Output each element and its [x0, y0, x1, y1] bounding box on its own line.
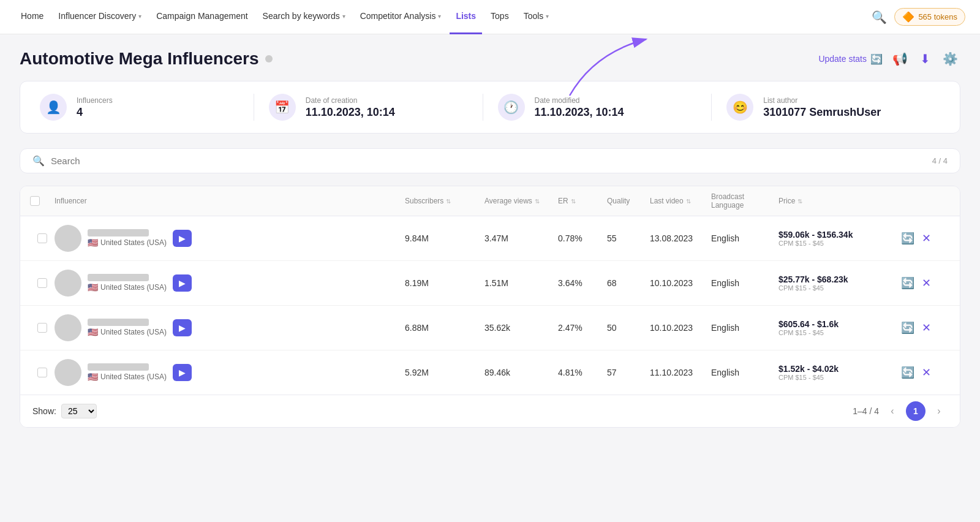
refresh-icon: 🔄	[870, 53, 883, 65]
price-cpm: CPM $15 - $45	[778, 240, 901, 247]
sort-icon: ⇅	[571, 198, 576, 205]
row-checkbox-cell	[30, 368, 55, 377]
megaphone-button[interactable]: 📢	[890, 49, 910, 69]
sort-icon: ⇅	[797, 198, 802, 205]
chevron-down-icon: ▾	[342, 13, 345, 20]
youtube-button[interactable]: ▶	[173, 319, 192, 336]
prev-page-button[interactable]: ‹	[884, 403, 901, 420]
price-cell: $25.77k - $68.23k CPM $15 - $45	[778, 274, 901, 292]
current-page[interactable]: 1	[906, 401, 925, 421]
price-cpm: CPM $15 - $45	[778, 284, 901, 292]
language: English	[711, 368, 778, 377]
nav-tops[interactable]: Tops	[484, 0, 515, 34]
row-checkbox[interactable]	[37, 233, 47, 243]
price-cell: $1.52k - $4.02k CPM $15 - $45	[778, 364, 901, 381]
remove-row-button[interactable]: ✕	[922, 232, 931, 245]
row-actions: 🔄 ✕	[901, 232, 950, 245]
nav-campaign-management[interactable]: Campaign Management	[150, 0, 254, 34]
price-cpm: CPM $15 - $45	[778, 329, 901, 336]
table-footer: Show: 25 50 100 1–4 / 4 ‹ 1 ›	[20, 395, 960, 427]
sort-icon: ⇅	[446, 198, 451, 205]
col-price[interactable]: Price ⇅	[778, 192, 901, 210]
row-checkbox-cell	[30, 278, 55, 288]
language: English	[711, 233, 778, 243]
header-checkbox[interactable]	[30, 196, 40, 206]
er: 2.47%	[558, 323, 607, 333]
token-icon: 🔶	[902, 11, 914, 23]
next-page-button[interactable]: ›	[930, 403, 948, 420]
avatar	[55, 270, 81, 297]
nav-search-keywords[interactable]: Search by keywords ▾	[257, 0, 352, 34]
youtube-button[interactable]: ▶	[173, 274, 192, 292]
stat-date-modified: 🕐 Date modified 11.10.2023, 10:14	[483, 94, 712, 121]
subscribers: 6.88M	[405, 323, 484, 333]
search-icon[interactable]: 🔍	[867, 10, 892, 25]
last-video: 11.10.2023	[650, 368, 711, 377]
refresh-row-button[interactable]: 🔄	[901, 232, 914, 245]
col-checkbox	[30, 192, 55, 210]
col-broadcast-language: BroadcastLanguage	[711, 192, 778, 210]
row-actions: 🔄 ✕	[901, 321, 950, 335]
price-cell: $59.06k - $156.34k CPM $15 - $45	[778, 230, 901, 247]
subscribers: 9.84M	[405, 233, 484, 243]
col-avg-views[interactable]: Average views ⇅	[484, 192, 558, 210]
col-influencer: Influencer	[55, 192, 405, 210]
remove-row-button[interactable]: ✕	[922, 321, 931, 335]
row-checkbox[interactable]	[37, 278, 47, 288]
table-row: 🇺🇸 United States (USA) ▶ 8.19M 1.51M 3.6…	[20, 261, 960, 306]
influencer-table: Influencer Subscribers ⇅ Average views ⇅…	[20, 186, 960, 428]
price-cpm: CPM $15 - $45	[778, 374, 901, 381]
refresh-row-button[interactable]: 🔄	[901, 276, 914, 290]
search-count: 4 / 4	[932, 156, 948, 165]
search-input[interactable]	[51, 156, 926, 166]
settings-button[interactable]: ⚙️	[940, 49, 960, 69]
sort-icon: ⇅	[535, 198, 540, 205]
page-content: Automotive Mega Influencers Update stats…	[0, 34, 980, 522]
title-status-dot	[265, 55, 273, 62]
nav-competitor-analysis[interactable]: Competitor Analysis ▾	[354, 0, 448, 34]
col-subscribers[interactable]: Subscribers ⇅	[405, 192, 484, 210]
show-select: Show: 25 50 100	[32, 404, 97, 418]
search-bar-icon: 🔍	[32, 155, 45, 167]
row-checkbox[interactable]	[37, 323, 47, 333]
influencer-cell: 🇺🇸 United States (USA) ▶	[55, 270, 405, 297]
search-bar: 🔍 4 / 4	[20, 148, 960, 173]
table-body: 🇺🇸 United States (USA) ▶ 9.84M 3.47M 0.7…	[20, 216, 960, 395]
flag-icon: 🇺🇸	[88, 372, 98, 382]
navbar: Home Influencer Discovery ▾ Campaign Man…	[0, 0, 980, 34]
tokens-badge: 🔶 565 tokens	[894, 8, 965, 26]
influencer-name-blur	[88, 274, 149, 281]
chevron-down-icon: ▾	[138, 13, 141, 20]
refresh-row-button[interactable]: 🔄	[901, 321, 914, 335]
row-checkbox[interactable]	[37, 368, 47, 377]
remove-row-button[interactable]: ✕	[922, 366, 931, 379]
table-row: 🇺🇸 United States (USA) ▶ 6.88M 35.62k 2.…	[20, 306, 960, 350]
chevron-down-icon: ▾	[438, 13, 441, 20]
youtube-button[interactable]: ▶	[173, 230, 192, 247]
nav-home[interactable]: Home	[15, 0, 50, 34]
refresh-row-button[interactable]: 🔄	[901, 366, 914, 379]
table-row: 🇺🇸 United States (USA) ▶ 9.84M 3.47M 0.7…	[20, 216, 960, 261]
nav-tools[interactable]: Tools ▾	[518, 0, 556, 34]
avg-views: 1.51M	[484, 278, 558, 288]
col-last-video[interactable]: Last video ⇅	[650, 192, 711, 210]
stat-date-creation: 📅 Date of creation 11.10.2023, 10:14	[254, 94, 483, 121]
influencer-country: 🇺🇸 United States (USA)	[88, 238, 167, 248]
remove-row-button[interactable]: ✕	[922, 276, 931, 290]
influencer-info: 🇺🇸 United States (USA)	[88, 274, 167, 292]
download-button[interactable]: ⬇	[918, 49, 933, 69]
nav-influencer-discovery[interactable]: Influencer Discovery ▾	[52, 0, 148, 34]
subscribers: 8.19M	[405, 278, 484, 288]
table-header: Influencer Subscribers ⇅ Average views ⇅…	[20, 186, 960, 216]
title-actions: Update stats 🔄 📢 ⬇ ⚙️	[818, 49, 960, 69]
influencer-name-blur	[88, 319, 149, 326]
page-size-select[interactable]: 25 50 100	[61, 404, 97, 418]
avatar	[55, 359, 81, 386]
influencer-name-blur	[88, 363, 149, 371]
nav-lists[interactable]: Lists	[450, 0, 482, 34]
page-title: Automotive Mega Influencers	[20, 49, 273, 69]
subscribers: 5.92M	[405, 368, 484, 377]
update-stats-button[interactable]: Update stats 🔄	[818, 53, 883, 65]
youtube-button[interactable]: ▶	[173, 364, 192, 381]
col-er[interactable]: ER ⇅	[558, 192, 607, 210]
